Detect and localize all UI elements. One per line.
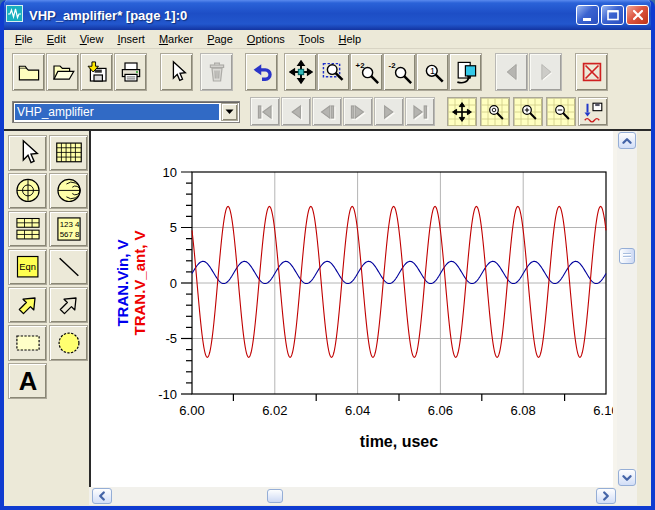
- select-pointer-icon: [14, 139, 42, 167]
- nav-next-icon: [347, 101, 369, 123]
- page-forward-icon: [534, 60, 558, 84]
- scroll-right-button[interactable]: [596, 488, 616, 504]
- nav-next-button[interactable]: [343, 97, 373, 126]
- maximize-icon: [604, 6, 622, 24]
- zoom-area-plot-button[interactable]: [480, 97, 510, 126]
- trash-button[interactable]: [200, 53, 233, 91]
- menu-marker[interactable]: Marker: [152, 31, 200, 47]
- zoom-out-plot-icon: [547, 98, 575, 126]
- zoom-1x-button[interactable]: 1: [416, 53, 449, 91]
- rect-plot-icon: [55, 139, 83, 167]
- zoom-out-2x-button[interactable]: -2: [383, 53, 416, 91]
- menu-insert[interactable]: Insert: [110, 31, 152, 47]
- close-button[interactable]: [626, 5, 649, 25]
- title-bar[interactable]: VHP_amplifier* [page 1]:0: [0, 0, 655, 30]
- nav-last-button[interactable]: [405, 97, 435, 126]
- menu-tools[interactable]: Tools: [292, 31, 332, 47]
- equation-icon: Eqn: [14, 253, 42, 281]
- chevron-left-icon: [94, 488, 110, 504]
- app-window: VHP_amplifier* [page 1]:0 FileEditViewIn…: [0, 0, 655, 510]
- export-image-icon: [582, 101, 604, 123]
- menu-view[interactable]: View: [73, 31, 111, 47]
- polar-plot-tool-button[interactable]: [8, 173, 47, 209]
- open-folder-icon: [51, 60, 75, 84]
- svg-text:1: 1: [429, 66, 434, 76]
- page-forward-button[interactable]: [529, 53, 562, 91]
- minimize-button[interactable]: [576, 5, 599, 25]
- undo-button[interactable]: [245, 53, 278, 91]
- nav-prev-page-button[interactable]: [281, 97, 311, 126]
- pointer-button[interactable]: [160, 53, 193, 91]
- nav-prev-button[interactable]: [312, 97, 342, 126]
- maximize-button[interactable]: [601, 5, 624, 25]
- zoom-in-plot-button[interactable]: [513, 97, 543, 126]
- waveform-app-icon: [6, 5, 23, 26]
- menu-options[interactable]: Options: [240, 31, 292, 47]
- text-tool-icon: A: [14, 367, 42, 395]
- redraw-button[interactable]: [449, 53, 482, 91]
- pointer-icon: [165, 60, 189, 84]
- chevron-down-icon: [225, 109, 234, 115]
- menu-file[interactable]: File: [8, 31, 40, 47]
- print-button[interactable]: [114, 53, 147, 91]
- scroll-down-button[interactable]: [618, 469, 636, 486]
- trace-vant: [192, 206, 606, 357]
- plot-canvas[interactable]: -10-505106.006.026.046.066.086.10time, u…: [89, 131, 613, 487]
- save-icon: [85, 60, 109, 84]
- arrow-outline-icon: [55, 291, 83, 319]
- nav-first-button[interactable]: [250, 97, 280, 126]
- dataset-combobox[interactable]: VHP_amplifier: [12, 101, 240, 123]
- tool-palette: 123 4567 8EqnA: [4, 131, 89, 502]
- text-tool-tool-button[interactable]: A: [8, 363, 47, 399]
- scrollbar-corner: [617, 487, 637, 505]
- smith-chart-tool-button[interactable]: [49, 173, 88, 209]
- menu-edit[interactable]: Edit: [40, 31, 73, 47]
- page-toolbar: VHP_amplifier: [4, 95, 651, 129]
- rect-plot-tool-button[interactable]: [49, 135, 88, 171]
- main-toolbar: +2 -2 1: [4, 49, 651, 95]
- zoom-in-2x-button[interactable]: +2: [350, 53, 383, 91]
- nav-next-page-button[interactable]: [374, 97, 404, 126]
- zoom-area-button[interactable]: [317, 53, 350, 91]
- circle-tool-tool-button[interactable]: [49, 325, 88, 361]
- window-right-margin: [637, 131, 651, 505]
- vertical-scrollbar[interactable]: [617, 131, 637, 487]
- page-back-button[interactable]: [495, 53, 528, 91]
- stacked-plot-tool-button[interactable]: 123 4567 8: [49, 211, 88, 247]
- scroll-left-button[interactable]: [92, 488, 112, 504]
- svg-text:6.08: 6.08: [511, 403, 536, 418]
- horizontal-scroll-thumb[interactable]: [267, 489, 283, 503]
- svg-text:6.00: 6.00: [179, 403, 204, 418]
- menu-page[interactable]: Page: [200, 31, 240, 47]
- select-pointer-tool-button[interactable]: [8, 135, 47, 171]
- horizontal-scrollbar[interactable]: [89, 487, 617, 505]
- open-folder-button[interactable]: [46, 53, 79, 91]
- pan-plot-button[interactable]: [447, 97, 477, 126]
- vertical-scroll-thumb[interactable]: [619, 248, 635, 264]
- pan-button[interactable]: [284, 53, 317, 91]
- save-button[interactable]: [80, 53, 113, 91]
- arrow-filled-icon: [14, 291, 42, 319]
- scroll-up-button[interactable]: [618, 132, 636, 149]
- export-image-button[interactable]: [578, 97, 608, 126]
- svg-text:567 8: 567 8: [59, 230, 79, 239]
- menu-help[interactable]: Help: [331, 31, 368, 47]
- arrow-outline-tool-button[interactable]: [49, 287, 88, 323]
- svg-text:6.02: 6.02: [262, 403, 287, 418]
- svg-text:6.06: 6.06: [428, 403, 453, 418]
- delete-button[interactable]: [575, 53, 608, 91]
- new-document-button[interactable]: [12, 53, 45, 91]
- rectangle-tool-tool-button[interactable]: [8, 325, 47, 361]
- arrow-filled-tool-button[interactable]: [8, 287, 47, 323]
- svg-text:6.04: 6.04: [345, 403, 370, 418]
- pan-plot-icon: [448, 98, 476, 126]
- equation-tool-button[interactable]: Eqn: [8, 249, 47, 285]
- line-tool-tool-button[interactable]: [49, 249, 88, 285]
- stacked-plot-icon: 123 4567 8: [55, 215, 83, 243]
- new-document-icon: [17, 60, 41, 84]
- list-plot-tool-button[interactable]: [8, 211, 47, 247]
- zoom-out-plot-button[interactable]: [546, 97, 576, 126]
- svg-text:A: A: [18, 367, 37, 395]
- combobox-dropdown-button[interactable]: [221, 103, 238, 121]
- delete-icon: [580, 60, 604, 84]
